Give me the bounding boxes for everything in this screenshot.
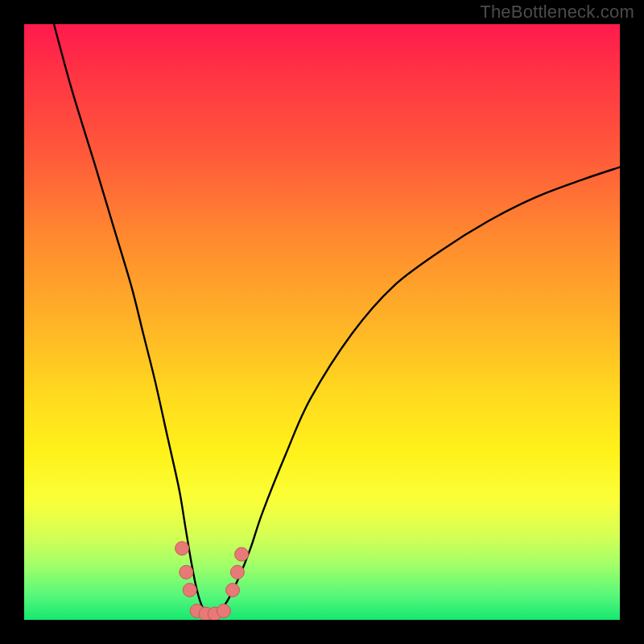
curve-marker bbox=[235, 547, 249, 561]
curve-marker bbox=[180, 565, 193, 579]
curve-markers bbox=[175, 542, 249, 620]
curve-svg bbox=[24, 24, 620, 620]
watermark-text: TheBottleneck.com bbox=[480, 2, 634, 23]
curve-marker bbox=[199, 607, 213, 620]
curve-marker bbox=[226, 584, 240, 597]
curve-marker bbox=[230, 565, 244, 579]
chart-frame: TheBottleneck.com bbox=[0, 0, 644, 644]
curve-marker bbox=[217, 604, 230, 617]
curve-marker bbox=[183, 584, 196, 597]
curve-marker bbox=[175, 542, 189, 555]
curve-marker bbox=[190, 604, 204, 617]
curve-marker bbox=[208, 607, 221, 620]
plot-area bbox=[24, 24, 620, 620]
bottleneck-curve bbox=[54, 24, 620, 615]
